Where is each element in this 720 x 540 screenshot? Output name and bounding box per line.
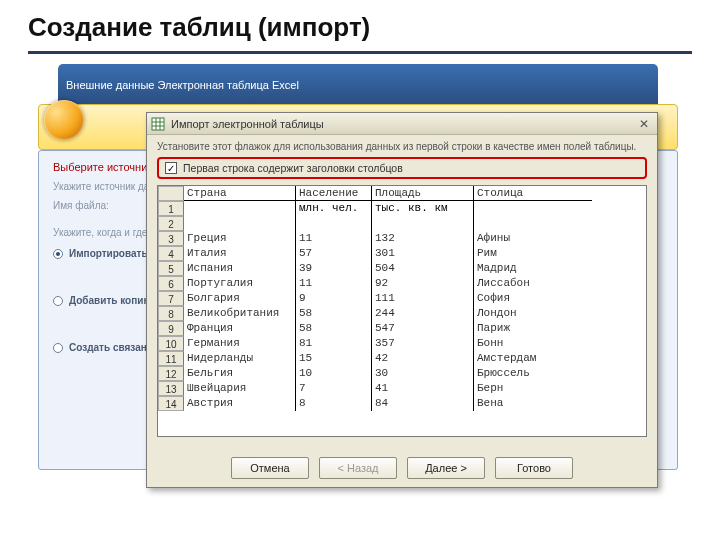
- grid-cell: София: [474, 291, 592, 306]
- grid-cell: Италия: [184, 246, 296, 261]
- grid-cell: 357: [372, 336, 474, 351]
- grid-cell: Лондон: [474, 306, 592, 321]
- grid-cell: Берн: [474, 381, 592, 396]
- grid-cell: Португалия: [184, 276, 296, 291]
- grid-cell: 8: [296, 396, 372, 411]
- grid-cell: 30: [372, 366, 474, 381]
- grid-cell: 547: [372, 321, 474, 336]
- grid-cell: 41: [372, 381, 474, 396]
- grid-cell: 92: [372, 276, 474, 291]
- row-number: 2: [158, 216, 184, 231]
- back-button: < Назад: [319, 457, 397, 479]
- grid-cell: Лиссабон: [474, 276, 592, 291]
- grid-cell: [184, 216, 296, 231]
- grid-cell: 84: [372, 396, 474, 411]
- back-window-title: Внешние данные Электронная таблица Excel: [66, 79, 299, 91]
- column-header: Население: [296, 186, 372, 201]
- first-row-checkbox[interactable]: ✓: [165, 162, 177, 174]
- grid-cell: 58: [296, 321, 372, 336]
- grid-cell: [474, 216, 592, 231]
- grid-cell: 42: [372, 351, 474, 366]
- grid-cell: [474, 201, 592, 216]
- column-header: Площадь: [372, 186, 474, 201]
- grid-cell: Испания: [184, 261, 296, 276]
- grid-cell: млн. чел.: [296, 201, 372, 216]
- dialog-buttons: Отмена < Назад Далее > Готово: [147, 457, 657, 479]
- grid-cell: 11: [296, 276, 372, 291]
- grid-cell: 57: [296, 246, 372, 261]
- dialog-titlebar: Импорт электронной таблицы ✕: [147, 113, 657, 135]
- grid-cell: Бонн: [474, 336, 592, 351]
- grid-cell: Нидерланды: [184, 351, 296, 366]
- row-number: 13: [158, 381, 184, 396]
- title-rule: [28, 51, 692, 54]
- grid-cell: 10: [296, 366, 372, 381]
- grid-cell: [296, 216, 372, 231]
- grid-cell: 11: [296, 231, 372, 246]
- slide-title: Создание таблиц (импорт): [0, 0, 720, 51]
- dialog-body: Установите этот флажок для использования…: [147, 135, 657, 443]
- close-icon[interactable]: ✕: [635, 116, 653, 132]
- grid-cell: 111: [372, 291, 474, 306]
- row-number: 5: [158, 261, 184, 276]
- import-wizard-dialog: Импорт электронной таблицы ✕ Установите …: [146, 112, 658, 488]
- row-number: 8: [158, 306, 184, 321]
- finish-button[interactable]: Готово: [495, 457, 573, 479]
- grid-cell: Австрия: [184, 396, 296, 411]
- radio-icon[interactable]: [53, 249, 63, 259]
- row-number: 1: [158, 201, 184, 216]
- row-number: 9: [158, 321, 184, 336]
- grid-cell: 244: [372, 306, 474, 321]
- grid-cell: Германия: [184, 336, 296, 351]
- first-row-checkbox-label: Первая строка содержит заголовки столбцо…: [183, 162, 403, 174]
- column-header: Столица: [474, 186, 592, 201]
- grid-cell: Афины: [474, 231, 592, 246]
- dialog-title: Импорт электронной таблицы: [171, 118, 324, 130]
- grid-cell: Амстердам: [474, 351, 592, 366]
- grid-cell: 15: [296, 351, 372, 366]
- grid-cell: 58: [296, 306, 372, 321]
- grid-cell: [184, 201, 296, 216]
- grid-cell: 7: [296, 381, 372, 396]
- grid-cell: Париж: [474, 321, 592, 336]
- spreadsheet-icon: [151, 117, 165, 131]
- grid-cell: [372, 216, 474, 231]
- grid-cell: Швейцария: [184, 381, 296, 396]
- row-number: 12: [158, 366, 184, 381]
- row-number: 4: [158, 246, 184, 261]
- grid-cell: Мадрид: [474, 261, 592, 276]
- grid-cell: Бельгия: [184, 366, 296, 381]
- radio-icon[interactable]: [53, 296, 63, 306]
- grid-cell: Франция: [184, 321, 296, 336]
- grid-cell: тыс. кв. км: [372, 201, 474, 216]
- row-number: 7: [158, 291, 184, 306]
- row-number: 14: [158, 396, 184, 411]
- grid-cell: 81: [296, 336, 372, 351]
- grid-cell: 132: [372, 231, 474, 246]
- grid-cell: Великобритания: [184, 306, 296, 321]
- row-number: 11: [158, 351, 184, 366]
- svg-rect-0: [152, 118, 164, 130]
- grid-cell: Греция: [184, 231, 296, 246]
- grid-corner: [158, 186, 184, 201]
- row-number: 3: [158, 231, 184, 246]
- radio-icon[interactable]: [53, 343, 63, 353]
- cancel-button[interactable]: Отмена: [231, 457, 309, 479]
- first-row-hint: Установите этот флажок для использования…: [157, 141, 647, 153]
- grid-cell: 301: [372, 246, 474, 261]
- grid-cell: 9: [296, 291, 372, 306]
- column-header: Страна: [184, 186, 296, 201]
- next-button[interactable]: Далее >: [407, 457, 485, 479]
- row-number: 6: [158, 276, 184, 291]
- grid-cell: 39: [296, 261, 372, 276]
- grid-cell: Брюссель: [474, 366, 592, 381]
- preview-grid: СтранаНаселениеПлощадьСтолица1млн. чел.т…: [157, 185, 647, 437]
- screenshot-stack: Внешние данные Электронная таблица Excel…: [28, 64, 692, 494]
- back-window-titlebar: Внешние данные Электронная таблица Excel: [58, 64, 658, 106]
- office-orb-icon[interactable]: [44, 100, 84, 140]
- grid-cell: 504: [372, 261, 474, 276]
- row-number: 10: [158, 336, 184, 351]
- first-row-checkbox-zone: ✓ Первая строка содержит заголовки столб…: [157, 157, 647, 179]
- grid-cell: Вена: [474, 396, 592, 411]
- grid-cell: Рим: [474, 246, 592, 261]
